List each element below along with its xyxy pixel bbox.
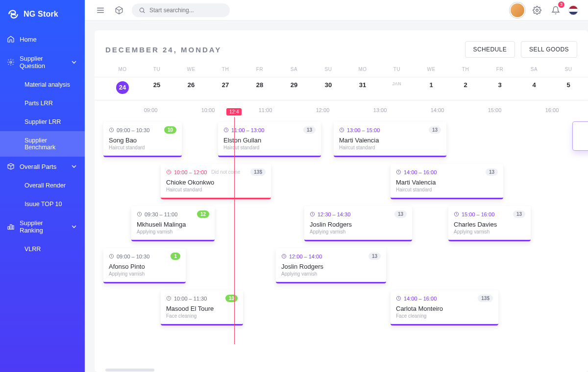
date-cell[interactable]: 26 [174,81,208,94]
appointment-badge: 13 [368,253,381,260]
appointment-card[interactable]: 11:00 – 13:0013Elston GullanHaircut stan… [218,122,321,157]
appointment-service: Applying varnish [109,271,180,277]
svg-rect-1 [8,227,9,229]
content: DECEMBER 24, MONDAY SCHEDULE SELL GOODS … [85,21,588,372]
appointment-card[interactable]: 09:00 – 10:3010Song BaoHaircut standard [103,122,182,157]
sell-goods-button[interactable]: SELL GOODS [521,41,577,58]
time-header: 09:0010:0011:0012:0013:0014:0015:0016:00 [95,100,588,117]
date-cell[interactable]: 2 [448,81,483,94]
notifications-button[interactable]: 3 [550,4,562,16]
dow-label: MO [345,67,380,77]
dow-label: TU [380,67,414,77]
nav-overall-render[interactable]: Overall Render [0,176,85,195]
home-icon [7,35,15,43]
gear-outline-icon [7,58,15,66]
nav-supplier-ranking-label: Supplier Ranking [20,219,65,234]
date-cell[interactable]: 3 [483,81,517,94]
time-label: 12:00 [294,107,351,113]
date-cell[interactable]: 24 [105,81,140,94]
search-icon [139,6,146,14]
now-time: 12:4 [226,108,242,116]
dow-label: FR [483,67,517,77]
appointment-card[interactable]: 12:30 – 14:3013Joslin RodgersApplying va… [304,206,412,241]
nav-supplier-lrr[interactable]: Supplier LRR [0,113,85,131]
avatar[interactable] [511,3,524,17]
appointment-badge: 13 [303,126,316,134]
appointment-time: 09:00 – 10:30 [117,127,149,133]
empty-slot-selected[interactable] [573,122,588,150]
appointment-card[interactable]: 10:00 – 11:3010Masood El ToureFace clean… [161,290,243,326]
nav-supplier-ranking[interactable]: Supplier Ranking [0,213,85,240]
appointment-client: Song Bao [109,137,176,144]
nav-parts-lrr[interactable]: Parts LRR [0,94,85,113]
schedule-row: 10:00 – 12:00Did not come13$Chioke Okonk… [95,159,588,201]
horizontal-scrollbar[interactable] [105,369,154,372]
nav-home[interactable]: Home [0,29,85,49]
clock-icon [166,169,172,175]
topbar: 3 [85,0,588,21]
clock-icon [109,254,114,259]
nav-vlrr[interactable]: VLRR [0,240,85,258]
locale-flag[interactable] [568,5,578,15]
appointment-service: Applying varnish [137,229,209,234]
nav-overall-parts-label: Overall Parts [20,163,56,170]
date-cell[interactable]: 1 [414,81,448,94]
svg-rect-3 [12,226,14,229]
menu-toggle-button[interactable] [95,4,106,16]
appointment-card[interactable]: 15:00 – 16:0013Charles DaviesApplying va… [448,206,531,241]
appointment-card[interactable]: 12:00 – 14:0013Joslin RodgersApplying va… [276,248,386,283]
clock-icon [137,211,142,217]
date-cell[interactable]: 29 [277,81,311,94]
schedule-button[interactable]: SCHEDULE [465,41,515,58]
appointment-card[interactable]: 09:00 – 10:301Afonso PintoApplying varni… [103,248,186,283]
date-cell[interactable]: 31 [345,81,380,94]
search-box[interactable] [132,3,230,17]
timeline[interactable]: 09:0010:0011:0012:0013:0014:0015:0016:00… [95,100,588,372]
appointment-card[interactable]: 10:00 – 12:00Did not come13$Chioke Okonk… [161,164,271,199]
appointment-card[interactable]: 13:00 – 15:0013Marti ValenciaHaircut sta… [334,122,446,157]
nav-supplier-benchmark[interactable]: Supplier Benchmark [0,131,85,157]
gear-icon [533,6,541,15]
dow-label: WE [174,67,208,77]
date-cell[interactable]: 5 [551,81,586,94]
search-input[interactable] [149,7,223,14]
time-label: 13:00 [351,107,409,113]
dow-label: TH [208,67,243,77]
nav-material-analysis[interactable]: Material analysis [0,75,85,94]
nav-overall-parts[interactable]: Overall Parts [0,157,85,176]
date-cell[interactable]: 27 [208,81,243,94]
sidebar: NG Stork Home Supplier Question Material… [0,0,85,372]
time-label: 16:00 [523,107,581,113]
dow-label: SA [517,67,551,77]
appointment-time: 11:00 – 13:00 [231,127,264,133]
main: 3 DECEMBER 24, MONDAY SCHEDULE SELL GOOD… [85,0,588,372]
appointment-card[interactable]: 14:00 – 16:0013$Carlota MonteiroFace cle… [391,290,498,326]
dow-label: SU [311,67,345,77]
brand[interactable]: NG Stork [0,0,85,29]
appointment-card[interactable]: 14:00 – 16:0013Marti ValenciaHaircut sta… [391,164,503,199]
nav-supplier-question[interactable]: Supplier Question [0,49,85,75]
appointment-service: Applying varnish [454,229,525,234]
appointment-client: Afonso Pinto [109,263,180,270]
cube-icon [115,6,123,15]
nav-issue-top10[interactable]: Isuue TOP 10 [0,195,85,213]
appointment-client: Joslin Rodgers [310,221,407,228]
appointment-time: 13:00 – 15:00 [347,127,380,133]
date-cell[interactable]: 28 [243,81,277,94]
appointment-time: 10:00 – 12:00 [174,169,207,175]
settings-button[interactable] [531,4,543,16]
appointment-badge: 1 [171,253,180,260]
appointment-client: Joslin Rodgers [281,263,381,270]
package-button[interactable] [113,4,125,16]
dow-label: SU [551,67,586,77]
date-cell[interactable]: 6 [586,81,588,94]
date-cell[interactable]: JAN [380,81,414,94]
appointment-client: Charles Davies [454,221,525,228]
appointment-card[interactable]: 09:30 – 11:0012Mkhuseli MalingaApplying … [131,206,215,241]
date-cell[interactable]: 25 [140,81,174,94]
page-title: DECEMBER 24, MONDAY [105,46,221,54]
date-cell[interactable]: 4 [517,81,551,94]
chevron-down-icon [70,58,78,66]
date-cell[interactable]: 30 [311,81,345,94]
ranking-icon [7,223,15,231]
